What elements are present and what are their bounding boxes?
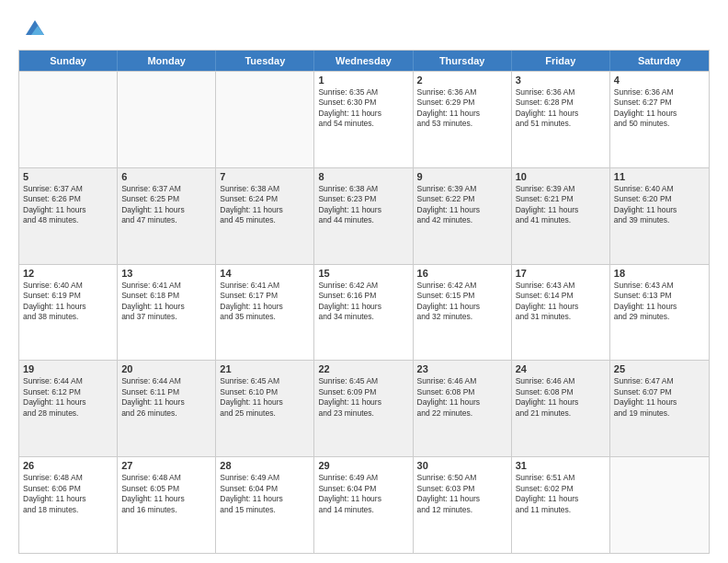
day-info: Sunrise: 6:49 AM Sunset: 6:04 PM Dayligh… <box>220 473 310 515</box>
day-number: 31 <box>516 460 606 471</box>
day-info: Sunrise: 6:40 AM Sunset: 6:20 PM Dayligh… <box>614 184 705 226</box>
day-number: 2 <box>417 75 507 86</box>
calendar-empty-cell <box>19 72 118 167</box>
header <box>18 15 710 40</box>
day-number: 11 <box>614 171 705 182</box>
day-info: Sunrise: 6:41 AM Sunset: 6:17 PM Dayligh… <box>220 281 310 323</box>
calendar-body: 1Sunrise: 6:35 AM Sunset: 6:30 PM Daylig… <box>19 71 709 553</box>
day-number: 4 <box>614 75 705 86</box>
weekday-header: Tuesday <box>216 51 314 71</box>
day-number: 26 <box>23 460 113 471</box>
calendar-week: 1Sunrise: 6:35 AM Sunset: 6:30 PM Daylig… <box>19 71 709 167</box>
day-info: Sunrise: 6:50 AM Sunset: 6:03 PM Dayligh… <box>417 473 507 515</box>
calendar-day-cell: 28Sunrise: 6:49 AM Sunset: 6:04 PM Dayli… <box>216 457 314 553</box>
day-info: Sunrise: 6:46 AM Sunset: 6:08 PM Dayligh… <box>516 376 606 419</box>
day-number: 12 <box>23 268 113 279</box>
day-number: 16 <box>417 268 507 279</box>
calendar-day-cell: 19Sunrise: 6:44 AM Sunset: 6:12 PM Dayli… <box>19 361 118 456</box>
calendar-day-cell: 13Sunrise: 6:41 AM Sunset: 6:18 PM Dayli… <box>118 265 216 361</box>
calendar-day-cell: 8Sunrise: 6:38 AM Sunset: 6:23 PM Daylig… <box>314 168 413 264</box>
day-info: Sunrise: 6:37 AM Sunset: 6:25 PM Dayligh… <box>121 184 211 226</box>
calendar-day-cell: 5Sunrise: 6:37 AM Sunset: 6:26 PM Daylig… <box>19 168 118 264</box>
day-info: Sunrise: 6:36 AM Sunset: 6:28 PM Dayligh… <box>516 87 606 130</box>
calendar-day-cell: 23Sunrise: 6:46 AM Sunset: 6:08 PM Dayli… <box>414 361 512 456</box>
day-number: 17 <box>516 268 606 279</box>
calendar-day-cell: 12Sunrise: 6:40 AM Sunset: 6:19 PM Dayli… <box>19 265 118 361</box>
day-number: 5 <box>23 171 113 182</box>
calendar-day-cell: 27Sunrise: 6:48 AM Sunset: 6:05 PM Dayli… <box>118 457 216 553</box>
day-info: Sunrise: 6:45 AM Sunset: 6:10 PM Dayligh… <box>220 376 310 419</box>
calendar: SundayMondayTuesdayWednesdayThursdayFrid… <box>18 50 710 554</box>
weekday-header: Saturday <box>610 51 709 71</box>
calendar-day-cell: 24Sunrise: 6:46 AM Sunset: 6:08 PM Dayli… <box>512 361 610 456</box>
day-info: Sunrise: 6:35 AM Sunset: 6:30 PM Dayligh… <box>318 87 408 130</box>
day-number: 23 <box>417 363 507 374</box>
calendar-day-cell: 20Sunrise: 6:44 AM Sunset: 6:11 PM Dayli… <box>118 361 216 456</box>
weekday-header: Monday <box>118 51 216 71</box>
day-info: Sunrise: 6:38 AM Sunset: 6:23 PM Dayligh… <box>318 184 408 226</box>
day-info: Sunrise: 6:40 AM Sunset: 6:19 PM Dayligh… <box>23 281 113 323</box>
weekday-header: Thursday <box>414 51 512 71</box>
day-info: Sunrise: 6:39 AM Sunset: 6:22 PM Dayligh… <box>417 184 507 226</box>
calendar-day-cell: 25Sunrise: 6:47 AM Sunset: 6:07 PM Dayli… <box>610 361 709 456</box>
day-info: Sunrise: 6:43 AM Sunset: 6:14 PM Dayligh… <box>516 281 606 323</box>
day-info: Sunrise: 6:49 AM Sunset: 6:04 PM Dayligh… <box>318 473 408 515</box>
day-number: 18 <box>614 268 705 279</box>
calendar-day-cell: 16Sunrise: 6:42 AM Sunset: 6:15 PM Dayli… <box>414 265 512 361</box>
day-info: Sunrise: 6:43 AM Sunset: 6:13 PM Dayligh… <box>614 281 705 323</box>
day-info: Sunrise: 6:51 AM Sunset: 6:02 PM Dayligh… <box>516 473 606 515</box>
day-number: 1 <box>318 75 408 86</box>
day-info: Sunrise: 6:44 AM Sunset: 6:11 PM Dayligh… <box>121 376 211 419</box>
day-info: Sunrise: 6:37 AM Sunset: 6:26 PM Dayligh… <box>23 184 113 226</box>
day-info: Sunrise: 6:45 AM Sunset: 6:09 PM Dayligh… <box>318 376 408 419</box>
day-info: Sunrise: 6:46 AM Sunset: 6:08 PM Dayligh… <box>417 376 507 419</box>
calendar-empty-cell <box>610 457 709 553</box>
weekday-header: Friday <box>512 51 610 71</box>
calendar-day-cell: 2Sunrise: 6:36 AM Sunset: 6:29 PM Daylig… <box>414 72 512 167</box>
calendar-week: 26Sunrise: 6:48 AM Sunset: 6:06 PM Dayli… <box>19 456 709 553</box>
logo <box>18 15 48 40</box>
day-number: 29 <box>318 460 408 471</box>
day-info: Sunrise: 6:41 AM Sunset: 6:18 PM Dayligh… <box>121 281 211 323</box>
weekday-header: Sunday <box>19 51 118 71</box>
day-number: 6 <box>121 171 211 182</box>
day-number: 13 <box>121 268 211 279</box>
calendar-day-cell: 4Sunrise: 6:36 AM Sunset: 6:27 PM Daylig… <box>610 72 709 167</box>
day-info: Sunrise: 6:42 AM Sunset: 6:15 PM Dayligh… <box>417 281 507 323</box>
day-info: Sunrise: 6:36 AM Sunset: 6:29 PM Dayligh… <box>417 87 507 130</box>
calendar-day-cell: 31Sunrise: 6:51 AM Sunset: 6:02 PM Dayli… <box>512 457 610 553</box>
calendar-day-cell: 15Sunrise: 6:42 AM Sunset: 6:16 PM Dayli… <box>314 265 413 361</box>
calendar-day-cell: 21Sunrise: 6:45 AM Sunset: 6:10 PM Dayli… <box>216 361 314 456</box>
calendar-day-cell: 14Sunrise: 6:41 AM Sunset: 6:17 PM Dayli… <box>216 265 314 361</box>
day-number: 9 <box>417 171 507 182</box>
day-number: 8 <box>318 171 408 182</box>
calendar-day-cell: 29Sunrise: 6:49 AM Sunset: 6:04 PM Dayli… <box>314 457 413 553</box>
calendar-day-cell: 18Sunrise: 6:43 AM Sunset: 6:13 PM Dayli… <box>610 265 709 361</box>
calendar-day-cell: 26Sunrise: 6:48 AM Sunset: 6:06 PM Dayli… <box>19 457 118 553</box>
day-number: 22 <box>318 363 408 374</box>
day-info: Sunrise: 6:44 AM Sunset: 6:12 PM Dayligh… <box>23 376 113 419</box>
calendar-day-cell: 3Sunrise: 6:36 AM Sunset: 6:28 PM Daylig… <box>512 72 610 167</box>
calendar-week: 19Sunrise: 6:44 AM Sunset: 6:12 PM Dayli… <box>19 360 709 456</box>
calendar-week: 5Sunrise: 6:37 AM Sunset: 6:26 PM Daylig… <box>19 167 709 264</box>
calendar-day-cell: 9Sunrise: 6:39 AM Sunset: 6:22 PM Daylig… <box>414 168 512 264</box>
calendar-day-cell: 10Sunrise: 6:39 AM Sunset: 6:21 PM Dayli… <box>512 168 610 264</box>
day-number: 15 <box>318 268 408 279</box>
day-info: Sunrise: 6:39 AM Sunset: 6:21 PM Dayligh… <box>516 184 606 226</box>
day-number: 3 <box>516 75 606 86</box>
calendar-empty-cell <box>118 72 216 167</box>
calendar-header: SundayMondayTuesdayWednesdayThursdayFrid… <box>19 51 709 71</box>
calendar-day-cell: 22Sunrise: 6:45 AM Sunset: 6:09 PM Dayli… <box>314 361 413 456</box>
day-info: Sunrise: 6:47 AM Sunset: 6:07 PM Dayligh… <box>614 376 705 419</box>
day-number: 28 <box>220 460 310 471</box>
calendar-day-cell: 6Sunrise: 6:37 AM Sunset: 6:25 PM Daylig… <box>118 168 216 264</box>
day-number: 27 <box>121 460 211 471</box>
calendar-empty-cell <box>216 72 314 167</box>
day-info: Sunrise: 6:36 AM Sunset: 6:27 PM Dayligh… <box>614 87 705 130</box>
logo-icon <box>22 15 48 40</box>
day-number: 25 <box>614 363 705 374</box>
day-info: Sunrise: 6:48 AM Sunset: 6:05 PM Dayligh… <box>121 473 211 515</box>
calendar-day-cell: 11Sunrise: 6:40 AM Sunset: 6:20 PM Dayli… <box>610 168 709 264</box>
page: SundayMondayTuesdayWednesdayThursdayFrid… <box>0 0 728 563</box>
calendar-day-cell: 7Sunrise: 6:38 AM Sunset: 6:24 PM Daylig… <box>216 168 314 264</box>
